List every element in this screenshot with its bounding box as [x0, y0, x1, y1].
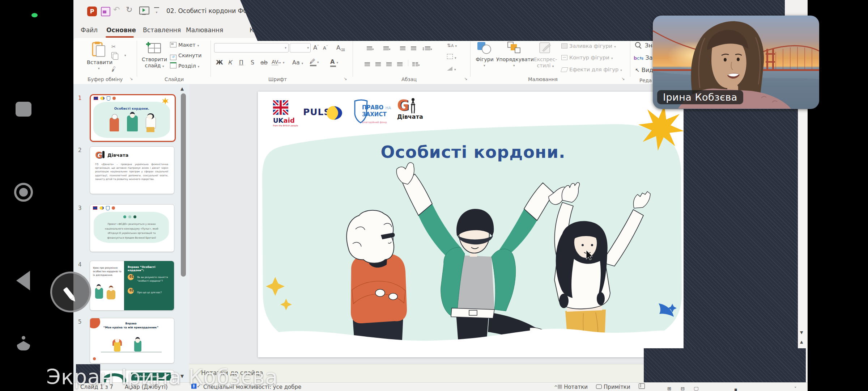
active-tab-underline — [106, 36, 134, 38]
text-direction-icon[interactable]: ⇅A ▾ — [447, 43, 457, 48]
clipboard-dialog-launcher[interactable]: ↘ — [129, 76, 133, 81]
quick-access-dropdown-icon[interactable]: ▾ — [154, 7, 159, 15]
slide[interactable]: UKaid from the British people PULSE ПРАВ… — [258, 92, 688, 357]
logo-pravo-na-zakhyst: ПРАВО НА ЗАХИСТ Благодійний фонд — [353, 98, 369, 125]
cursor-icon: ↖ — [635, 67, 640, 73]
annotate-pencil-button[interactable] — [50, 272, 91, 312]
tab-home[interactable]: Основне — [106, 26, 136, 34]
arrange-button[interactable]: Упорядкувати ▾ — [496, 41, 532, 74]
shadow-button[interactable]: S — [251, 59, 254, 66]
tab-draw[interactable]: Малювання — [186, 26, 223, 34]
font-color-button[interactable]: А ▾ — [330, 58, 338, 65]
scroll-down-icon[interactable]: ▼ — [800, 330, 803, 335]
stop-share-icon[interactable] — [16, 102, 31, 117]
record-icon[interactable] — [14, 183, 33, 202]
thumbnail-slide-1[interactable]: Особисті кордони. — [90, 94, 176, 142]
clear-formatting-icon[interactable]: A⌫ — [336, 44, 345, 52]
decrease-indent-icon[interactable] — [400, 45, 405, 52]
notes-toggle-button[interactable]: ^ Нотатки — [554, 383, 588, 390]
numbering-icon[interactable]: ▾ — [383, 45, 391, 52]
divchata-logo: G — [95, 150, 102, 160]
cut-icon[interactable]: ✂ — [111, 43, 116, 50]
grow-font-icon[interactable]: A˄ — [313, 44, 319, 51]
shape-effects-button[interactable]: Ефекти для фігур ▾ — [561, 66, 622, 73]
thumbnails-scrollbar[interactable] — [181, 93, 186, 277]
video-call-screen: P ↶ ↻ ▾ 02. Особисті кордони ФСДО Файл О… — [0, 0, 868, 391]
thumbnail-number-1: 1 — [78, 95, 87, 101]
align-text-icon[interactable]: ▾ — [447, 54, 456, 60]
font-dialog-launcher[interactable]: ↘ — [344, 76, 347, 81]
section-button[interactable]: Розділ ▾ — [170, 62, 199, 69]
back-arrow-icon[interactable] — [16, 271, 30, 290]
view-buttons-partial[interactable]: ⊞⊟🖵 — [667, 386, 708, 391]
shrink-font-icon[interactable]: A˅ — [323, 45, 328, 51]
thumbnails-scroll-up-icon[interactable]: ▲ — [180, 86, 184, 91]
font-size-combo[interactable]: ▾ — [290, 43, 311, 52]
drawing-group-label: Малювання — [528, 76, 558, 82]
normal-view-icon[interactable] — [639, 383, 645, 389]
quick-styles-button[interactable]: Експрес-стилі ▾ — [534, 41, 557, 74]
align-left-icon[interactable] — [365, 61, 370, 68]
shape-fill-button[interactable]: Заливка фігури ▾ — [561, 42, 616, 49]
slide-title[interactable]: Особисті кордони. — [258, 142, 688, 162]
copy-icon[interactable] — [111, 52, 117, 58]
replace-icon: bc⇆ — [634, 55, 643, 61]
bold-button[interactable]: Ж — [216, 59, 223, 66]
thumbnail-number-5: 5 — [78, 319, 87, 325]
quick-styles-icon — [538, 41, 553, 54]
slide-area-scrollbar[interactable] — [798, 84, 808, 382]
thumbnail-slide-4[interactable]: Урок про розуміння особистих кордонів та… — [90, 261, 174, 311]
comments-toggle-button[interactable]: Примітки — [596, 383, 630, 390]
line-spacing-icon[interactable]: ↕▾ — [422, 45, 432, 52]
save-icon[interactable] — [101, 7, 110, 16]
start-slideshow-icon[interactable] — [139, 7, 149, 14]
thumbnail-slide-3[interactable]: Проєкт «ФСДО» реалізується у межах націо… — [90, 204, 174, 252]
paragraph-dialog-launcher[interactable]: ↘ — [464, 76, 467, 81]
group-divider — [470, 41, 471, 77]
align-right-icon[interactable] — [386, 61, 392, 68]
logo-ukaid: UKaid from the British people — [273, 100, 298, 127]
slides-group-label: Слайди — [165, 76, 184, 82]
comment-bubble-icon — [596, 384, 602, 389]
bullets-icon[interactable]: ▾ — [367, 45, 374, 52]
select-button[interactable]: ↖ Вид — [635, 67, 653, 73]
underline-button[interactable]: П — [239, 59, 243, 66]
shape-outline-button[interactable]: Контур фігури ▾ — [561, 54, 613, 61]
drawing-dialog-launcher[interactable]: ↘ — [621, 76, 625, 81]
notes-icon: ^ — [554, 385, 558, 390]
justify-icon[interactable] — [397, 61, 403, 68]
thumbnail-slide-5[interactable]: Вправа “Моя країна та мій прикордонник” — [90, 318, 174, 363]
participant-name-badge: Ірина Кобзєва — [657, 90, 743, 104]
reset-button[interactable]: ↺ Скинути — [170, 52, 201, 60]
reaction-icon[interactable] — [17, 336, 30, 351]
logo-divchata: G Дівчата — [397, 98, 423, 120]
thumbnail-number-4: 4 — [78, 261, 87, 268]
girl-figure-icon — [409, 97, 417, 115]
previous-slide-icon[interactable]: ▲ — [800, 340, 803, 344]
fit-slide-partial[interactable]: ˅ — [794, 386, 797, 391]
recording-indicator — [31, 13, 38, 17]
font-name-combo[interactable]: ▾ — [214, 43, 289, 52]
ppt-logo-icon: P — [87, 7, 97, 16]
layout-button[interactable]: Макет ▾ — [170, 41, 199, 48]
increase-indent-icon[interactable] — [411, 45, 416, 52]
shapes-button[interactable]: Фігури ▾ — [474, 41, 495, 74]
italic-button[interactable]: К — [228, 59, 232, 66]
smartart-icon[interactable]: ▾ — [447, 65, 456, 72]
strikethrough-button[interactable]: ab — [260, 59, 268, 66]
thumbnail-slide-2[interactable]: G Дівчата ГО «Дівчата» – провідна україн… — [90, 146, 174, 194]
char-spacing-button[interactable]: AV↔ ▾ — [272, 58, 284, 65]
change-case-button[interactable]: Aa ▾ — [292, 59, 303, 66]
paste-button[interactable]: Вставити ▾ — [87, 41, 112, 73]
new-slide-button[interactable]: Створити слайд ▾ — [140, 41, 169, 74]
group-divider — [353, 41, 353, 77]
redo-icon[interactable]: ↻ — [126, 5, 132, 14]
tab-file[interactable]: Файл — [81, 26, 98, 34]
columns-icon[interactable]: ▾ — [412, 61, 420, 68]
zoom-slider-partial[interactable]: ▪ — [734, 387, 737, 391]
align-center-icon[interactable] — [375, 61, 381, 68]
undo-icon[interactable]: ↶ — [113, 5, 120, 14]
tab-insert[interactable]: Вставлення — [143, 26, 181, 34]
text-highlight-button[interactable]: 🖉 ▾ — [310, 58, 319, 65]
participant-video-tile[interactable]: Ірина Кобзєва — [653, 16, 819, 109]
